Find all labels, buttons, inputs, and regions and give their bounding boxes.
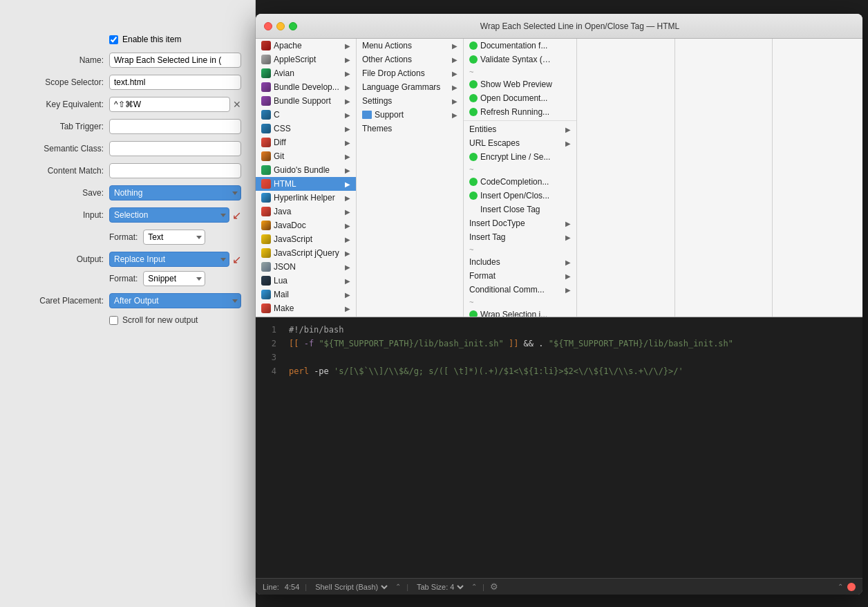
arrow-icon: ▶ (565, 259, 571, 266)
validate-syntax[interactable]: Validate Syntax (… (464, 53, 576, 66)
arrow-icon: ▶ (345, 167, 350, 174)
bundle-apache[interactable]: Apache ▶ (256, 39, 356, 53)
name-input[interactable] (109, 53, 241, 68)
includes[interactable]: Includes ▶ (464, 255, 576, 269)
separator-tilde-3: ~ (464, 244, 576, 255)
output-format-select[interactable]: Snippet Text XML (143, 271, 205, 286)
support-folder[interactable]: Support ▶ (357, 108, 463, 122)
bundle-hyperlink[interactable]: Hyperlink Helper ▶ (256, 191, 356, 205)
apache-icon (261, 41, 271, 50)
settings[interactable]: Settings ▶ (357, 94, 463, 108)
scroll-checkbox[interactable] (109, 316, 118, 325)
code-completion[interactable]: CodeCompletion... (464, 175, 576, 189)
status-red-dot (847, 583, 856, 591)
input-format-label: Format: (109, 232, 138, 242)
separator-tilde-1: ~ (464, 66, 576, 77)
hyperlink-icon (261, 193, 271, 203)
bundle-css[interactable]: CSS ▶ (256, 122, 356, 136)
show-web-preview[interactable]: Show Web Preview (464, 77, 576, 91)
tabsize-select[interactable]: Tab Size: 4 (414, 582, 466, 592)
scope-input[interactable] (109, 75, 241, 90)
code-lines[interactable]: #!/bin/bash [[ -f "${TM_SUPPORT_PATH}/li… (283, 323, 862, 573)
arrow-icon: ▶ (345, 42, 350, 50)
line-value: 4:54 (285, 583, 299, 591)
bundle-html[interactable]: HTML ▶ (256, 177, 356, 191)
url-escapes[interactable]: URL Escapes ▶ (464, 136, 576, 150)
gear-icon[interactable]: ⚙ (490, 581, 498, 592)
refresh-running[interactable]: Refresh Running... (464, 105, 576, 119)
open-document[interactable]: Open Document... (464, 91, 576, 105)
minimize-button[interactable] (276, 22, 285, 30)
green-dot-icon (469, 55, 478, 64)
key-clear-button[interactable]: ✕ (233, 99, 241, 110)
bundle-lua[interactable]: Lua ▶ (256, 274, 356, 288)
language-select[interactable]: Shell Script (Bash) (312, 582, 390, 592)
insert-doctype[interactable]: Insert DocType ▶ (464, 216, 576, 230)
bundle-java[interactable]: Java ▶ (256, 205, 356, 218)
output-format-label: Format: (109, 274, 138, 283)
bundle-javascript[interactable]: JavaScript ▶ (256, 232, 356, 246)
insert-tag[interactable]: Insert Tag ▶ (464, 230, 576, 244)
bundle-c[interactable]: C ▶ (256, 108, 356, 122)
bundle-javascript-jquery[interactable]: JavaScript jQuery ▶ (256, 246, 356, 260)
documentation[interactable]: Documentation f... (464, 39, 576, 53)
maximize-button[interactable] (289, 22, 297, 30)
wrap-selection[interactable]: Wrap Selection i... (464, 308, 576, 317)
enable-checkbox[interactable] (109, 35, 118, 44)
output-format-row: Format: Snippet Text XML (14, 271, 241, 286)
bundle-support[interactable]: Bundle Support ▶ (256, 94, 356, 108)
bundle-diff[interactable]: Diff ▶ (256, 136, 356, 149)
arrow-icon: ▶ (452, 84, 457, 91)
empty-col-5 (675, 39, 773, 317)
bundle-avian[interactable]: Avian ▶ (256, 66, 356, 80)
output-select[interactable]: Replace Input Insert as Text Insert as S… (109, 252, 229, 267)
bundle-develop[interactable]: Bundle Develop... ▶ (256, 80, 356, 94)
bundle-applescript[interactable]: AppleScript ▶ (256, 53, 356, 66)
insert-close-tag[interactable]: Insert Close Tag (464, 203, 576, 216)
insert-open-close[interactable]: Insert Open/Clos... (464, 189, 576, 203)
code-line-3 (283, 351, 862, 364)
key-input[interactable] (109, 97, 230, 112)
input-row: Input: Selection None Document ↙ (14, 207, 241, 223)
c-icon (261, 110, 271, 120)
bundle-guido[interactable]: Guido's Bundle ▶ (256, 163, 356, 177)
save-select[interactable]: Nothing Current File All Files (109, 185, 241, 200)
content-input[interactable] (109, 163, 241, 178)
tab-arrows: ⌃ (471, 583, 477, 590)
semantic-input[interactable] (109, 141, 241, 156)
file-drop-actions[interactable]: File Drop Actions ▶ (357, 66, 463, 80)
entities[interactable]: Entities ▶ (464, 122, 576, 136)
arrow-icon: ▶ (345, 250, 350, 257)
other-actions[interactable]: Other Actions ▶ (357, 53, 463, 66)
encrypt-line[interactable]: Encrypt Line / Se... (464, 150, 576, 164)
caret-select[interactable]: After Output Select Output Line Interpol… (109, 293, 241, 308)
line-numbers: 1 2 3 4 (256, 323, 283, 573)
bundle-mail[interactable]: Mail ▶ (256, 288, 356, 301)
separator2: | (406, 583, 408, 591)
close-button[interactable] (264, 22, 272, 30)
diff-icon (261, 138, 271, 147)
key-row: Key Equivalent: ✕ (14, 97, 241, 112)
bundle-javadoc[interactable]: JavaDoc ▶ (256, 218, 356, 232)
scroll-label[interactable]: Scroll for new output (109, 315, 241, 325)
bundle-markdown[interactable]: Markdown ▶ (256, 315, 356, 317)
menu-actions[interactable]: Menu Actions ▶ (357, 39, 463, 53)
format[interactable]: Format ▶ (464, 269, 576, 283)
bundle-json[interactable]: JSON ▶ (256, 260, 356, 274)
java-icon (261, 207, 271, 216)
language-grammars[interactable]: Language Grammars ▶ (357, 80, 463, 94)
json-icon (261, 262, 271, 272)
lua-icon (261, 276, 271, 286)
tab-input[interactable] (109, 119, 241, 134)
themes[interactable]: Themes (357, 122, 463, 136)
arrow-icon: ▶ (345, 208, 350, 216)
code-line-2: [[ -f "${TM_SUPPORT_PATH}/lib/bash_init.… (283, 337, 862, 351)
conditional-comm[interactable]: Conditional Comm... ▶ (464, 283, 576, 297)
input-format-select[interactable]: Text XML JSON (143, 230, 205, 245)
arrow-icon: ▶ (452, 42, 457, 50)
bundle-git[interactable]: Git ▶ (256, 149, 356, 163)
tab-label: Tab Trigger: (14, 122, 104, 131)
scroll-arrows-icon: ⌃ (838, 583, 843, 590)
bundle-make[interactable]: Make ▶ (256, 301, 356, 315)
input-select[interactable]: Selection None Document (109, 207, 229, 223)
